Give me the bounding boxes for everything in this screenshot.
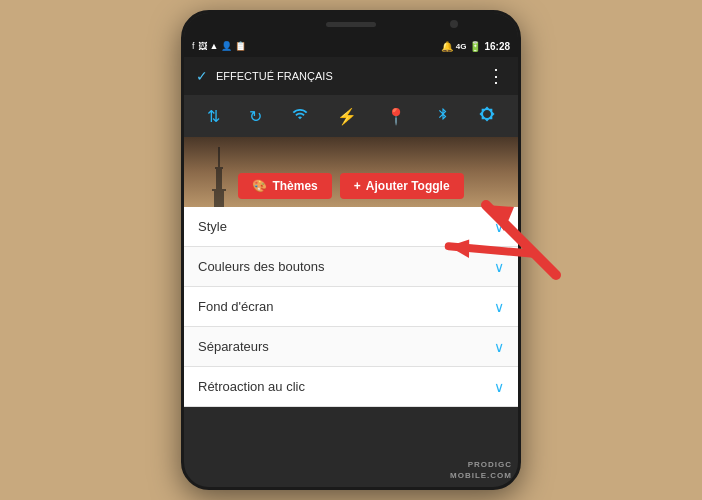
signal-4g-icon: 4G [456,42,467,51]
themes-button[interactable]: 🎨 Thèmes [238,173,331,199]
phone-speaker [326,22,376,27]
flash-icon[interactable]: ⚡ [337,107,357,126]
banner-area: 🎨 Thèmes + Ajouter Toggle [184,137,518,207]
wifi-icon-status: ▲ [210,41,219,51]
app-bar: ✓ EFFECTUÉ FRANÇAIS ⋮ [184,57,518,95]
palette-icon: 🎨 [252,179,267,193]
chevron-colors: ∨ [494,259,504,275]
phone-camera [450,20,458,28]
menu-item-style[interactable]: Style ∨ [184,207,518,247]
style-label: Style [198,219,227,234]
app-title: EFFECTUÉ FRANÇAIS [216,70,333,82]
location-icon[interactable]: 📍 [386,107,406,126]
menu-item-button-colors[interactable]: Couleurs des boutons ∨ [184,247,518,287]
click-feedback-label: Rétroaction au clic [198,379,305,394]
check-icon: ✓ [196,68,208,84]
menu-list: Style ∨ Couleurs des boutons ∨ Fond d'éc… [184,207,518,407]
image-icon: 🖼 [198,41,207,51]
chevron-separators: ∨ [494,339,504,355]
phone-top-bar [184,13,518,35]
battery-icon: 🔋 [469,41,481,52]
watermark: PRODIGCMOBILE.COM [450,460,512,481]
add-toggle-button[interactable]: + Ajouter Toggle [340,173,464,199]
separators-label: Séparateurs [198,339,269,354]
banner-buttons: 🎨 Thèmes + Ajouter Toggle [238,173,463,199]
overflow-menu-button[interactable]: ⋮ [487,65,506,87]
wallpaper-label: Fond d'écran [198,299,273,314]
volume-icon: 🔔 [441,41,453,52]
status-left-icons: f 🖼 ▲ 👤 📋 [192,41,246,51]
toggle-bar: ⇅ ↻ ⚡ 📍 [184,95,518,137]
time-display: 16:28 [484,41,510,52]
rotate-icon[interactable]: ↻ [249,107,262,126]
button-colors-label: Couleurs des boutons [198,259,324,274]
chevron-feedback: ∨ [494,379,504,395]
brightness-icon[interactable] [479,106,495,126]
bluetooth-icon[interactable] [436,106,450,126]
user-icon: 👤 [221,41,232,51]
menu-item-separators[interactable]: Séparateurs ∨ [184,327,518,367]
status-bar: f 🖼 ▲ 👤 📋 🔔 4G 🔋 16:28 [184,35,518,57]
plus-icon: + [354,179,361,193]
status-right-icons: 🔔 4G 🔋 16:28 [441,41,510,52]
sync-arrows-icon[interactable]: ⇅ [207,107,220,126]
wifi-toggle-icon[interactable] [292,106,308,126]
chevron-style: ∨ [494,219,504,235]
phone-frame: f 🖼 ▲ 👤 📋 🔔 4G 🔋 16:28 ✓ EFFECTUÉ FRANÇA… [181,10,521,490]
menu-item-click-feedback[interactable]: Rétroaction au clic ∨ [184,367,518,407]
themes-label: Thèmes [272,179,317,193]
app-bar-left: ✓ EFFECTUÉ FRANÇAIS [196,68,333,84]
fb-icon: f [192,41,195,51]
add-toggle-label: Ajouter Toggle [366,179,450,193]
chevron-wallpaper: ∨ [494,299,504,315]
menu-item-wallpaper[interactable]: Fond d'écran ∨ [184,287,518,327]
clipboard-icon: 📋 [235,41,246,51]
